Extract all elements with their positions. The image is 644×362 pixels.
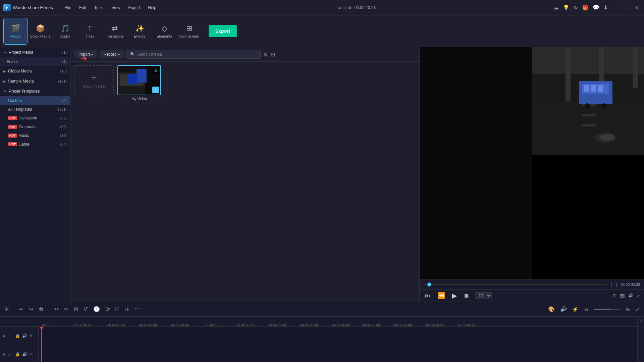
close-button[interactable]: ✕	[633, 4, 641, 12]
visible-icon-3[interactable]: 👁	[29, 352, 33, 357]
slider-thumb[interactable]	[427, 282, 431, 287]
hot-badge-halloween: HOT	[8, 116, 17, 120]
my-video-thumb[interactable]: ⊞ ✓	[117, 65, 161, 95]
search-box[interactable]: 🔍	[126, 50, 261, 59]
toolbar-effects[interactable]: ✨ Effects	[127, 18, 152, 45]
timeline-expand-icon[interactable]: ⤢	[639, 318, 643, 323]
all-templates-item[interactable]: All Templates (361)	[0, 105, 70, 114]
sample-media-header[interactable]: ▶ Sample Media (101)	[0, 76, 70, 86]
volume-icon[interactable]: 🔊	[628, 293, 633, 298]
audio-split-button[interactable]: 🔊	[558, 305, 569, 314]
rewind-button[interactable]: ⏮	[424, 292, 432, 299]
menu-tools[interactable]: Tools	[91, 4, 107, 11]
toolbar-elements[interactable]: ◇ Elements	[152, 18, 176, 45]
minimize-button[interactable]: ─	[611, 4, 619, 12]
menu-edit[interactable]: Edit	[76, 4, 90, 11]
snapshot-icon[interactable]: 📷	[620, 293, 625, 298]
fit-button[interactable]: ⊡	[113, 305, 121, 314]
cloud-icon[interactable]: ☁	[553, 4, 559, 11]
speed-button[interactable]: ⚡	[571, 305, 581, 314]
toolbar-media[interactable]: 🎬 Media	[3, 18, 28, 45]
ripple-button[interactable]: ≋	[123, 305, 131, 314]
project-title: Untitled : 00:00:10:21	[160, 5, 553, 10]
zoom-out-button[interactable]: ⊖	[583, 305, 590, 314]
toolbar-stock-media[interactable]: 📦 Stock Media	[28, 18, 52, 45]
color-button[interactable]: 🎨	[546, 305, 556, 314]
preset-templates-header[interactable]: ▼ Preset Templates	[0, 86, 70, 96]
time-marker-6: 00:00:30:00	[236, 324, 254, 327]
redo-button[interactable]: ↪	[27, 305, 35, 314]
global-media-header[interactable]: ▶ Global Media (13)	[0, 66, 70, 76]
lock-icon-3[interactable]: 🔒	[15, 352, 20, 357]
my-video-tile[interactable]: ⊞ ✓ My Video	[117, 65, 161, 101]
fullscreen-icon[interactable]: ⤢	[637, 293, 640, 298]
music-item[interactable]: HOT Music (19)	[0, 131, 70, 140]
refresh-timeline-button[interactable]: ⟳	[104, 305, 111, 314]
halloween-item[interactable]: HOT Halloween (52)	[0, 114, 70, 122]
halloween-count: (52)	[60, 116, 67, 120]
toolbar-titles[interactable]: T Titles	[78, 18, 102, 45]
menu-view[interactable]: View	[108, 4, 124, 11]
layout-icon[interactable]: ⊞	[271, 51, 275, 58]
menu-file[interactable]: File	[61, 4, 74, 11]
crop-preview-icon[interactable]: ⊡	[613, 293, 616, 298]
expand-button[interactable]: ⤢	[634, 305, 641, 314]
menu-help[interactable]: Help	[145, 4, 160, 11]
timeline-grid-button[interactable]: ⊞	[3, 305, 10, 314]
custom-item[interactable]: Custom (0)	[0, 96, 70, 105]
import-media-tile[interactable]: + Import Media	[74, 65, 114, 95]
undo-button[interactable]: ↩	[17, 305, 25, 314]
crop-button[interactable]: ⊠	[72, 305, 80, 314]
export-button[interactable]: Export	[209, 25, 237, 37]
refresh-icon[interactable]: ↻	[574, 4, 578, 11]
bracket-out-icon[interactable]: }	[615, 282, 617, 287]
speed-select[interactable]: 1/2 1/1 2x	[475, 292, 492, 299]
cinematic-item[interactable]: HOT Cinematic (66)	[0, 122, 70, 131]
toolbar-transitions[interactable]: ⇄ Transitions	[103, 18, 127, 45]
mute-icon-3[interactable]: 🔊	[22, 352, 27, 357]
media-area: Import ▾ Record ▾ 🔍 ⚙ ⊞ ➜ + Import Media	[70, 47, 419, 302]
pen-button[interactable]: ✏	[62, 305, 70, 314]
record-label: Record	[104, 52, 117, 57]
lock-icon-1[interactable]: 🔒	[15, 333, 20, 338]
menu-export[interactable]: Export	[125, 4, 144, 11]
mute-icon-1[interactable]: 🔊	[22, 333, 27, 338]
bracket-in-icon[interactable]: {	[611, 282, 612, 287]
filter-icon[interactable]: ⚙	[263, 51, 268, 58]
logo-icon: ▶	[3, 4, 11, 11]
rotate-button[interactable]: ↺	[82, 305, 90, 314]
play-button[interactable]: ▶	[450, 292, 458, 300]
bulb-icon[interactable]: 💡	[563, 4, 570, 11]
download-icon[interactable]: ⬇	[603, 4, 608, 11]
preview-timeline-slider[interactable]	[424, 284, 607, 285]
visible-icon-1[interactable]: 👁	[29, 333, 33, 338]
search-input[interactable]	[137, 52, 257, 57]
zoom-in-button[interactable]: ⊕	[624, 305, 632, 314]
time-marker-13: 00:01:05:00	[458, 324, 476, 327]
toolbar-split-screen[interactable]: ⊞ Split Screen	[177, 18, 201, 45]
step-back-button[interactable]: ⏪	[436, 292, 446, 299]
import-button[interactable]: Import ▾	[74, 50, 97, 58]
zoom-slider[interactable]	[594, 309, 621, 310]
project-media-header[interactable]: ▼ Project Media (1)	[0, 47, 70, 57]
svg-rect-9	[532, 47, 644, 74]
delete-button[interactable]: 🗑	[37, 305, 46, 314]
preview-controls: { } 00:00:00:00	[420, 279, 644, 289]
stop-button[interactable]: ⏹	[462, 292, 471, 299]
audio-wave-button[interactable]: 〰	[133, 305, 142, 314]
svg-rect-15	[582, 114, 596, 116]
preview-area: { } 00:00:00:00 ⏮ ⏪ ▶ ⏹ 1/2 1/1 2x ⊡ 📷 🔊…	[419, 47, 644, 302]
maximize-button[interactable]: □	[622, 4, 630, 12]
playhead-3	[41, 345, 42, 362]
record-button[interactable]: Record ▾	[100, 50, 124, 58]
chat-icon[interactable]: 💬	[593, 4, 599, 11]
game-item[interactable]: HOT Game (54)	[0, 140, 70, 149]
effects-icon: ✨	[135, 24, 144, 33]
scissor-button[interactable]: ✂	[53, 305, 60, 314]
gift-icon[interactable]: 🎁	[582, 4, 589, 11]
clock-button[interactable]: 🕐	[92, 305, 102, 314]
toolbar-audio[interactable]: 🎵 Audio	[53, 18, 77, 45]
preview-playback-controls: ⏮ ⏪ ▶ ⏹ 1/2 1/1 2x ⊡ 📷 🔊 ⤢	[420, 289, 644, 302]
track-body-3	[39, 345, 637, 362]
folder-item[interactable]: Folder (1)	[0, 57, 70, 66]
